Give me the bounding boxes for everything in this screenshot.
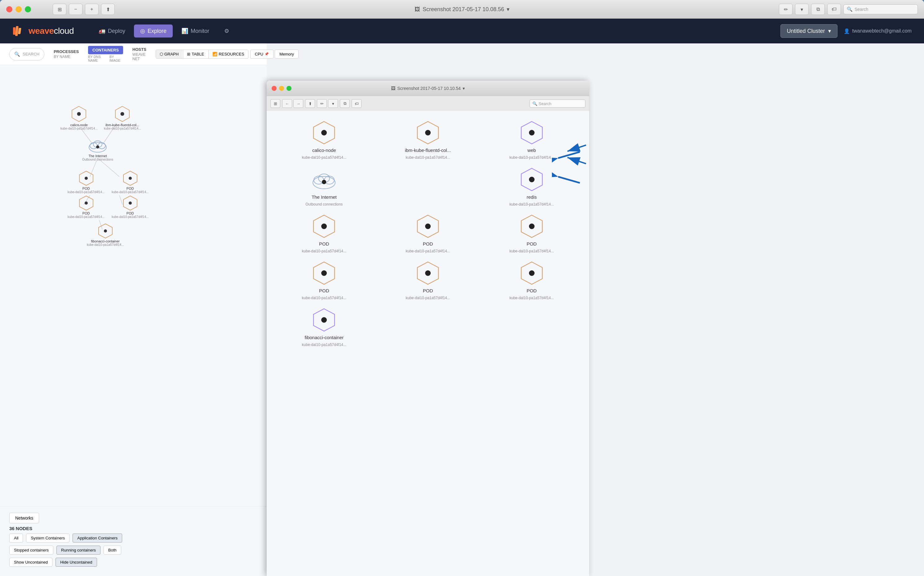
svg-point-11 — [77, 112, 81, 116]
second-share-button[interactable]: ⬆ — [305, 99, 315, 108]
svg-point-18 — [96, 146, 99, 149]
second-grid-button[interactable]: ⊞ — [271, 99, 280, 108]
nav-deploy[interactable]: 🚛 Deploy — [92, 24, 131, 37]
filter-system-containers-button[interactable]: System Containers — [26, 534, 69, 542]
memory-tab[interactable]: Memory — [275, 50, 299, 59]
nav-monitor[interactable]: 📊 Monitor — [175, 24, 216, 37]
grid-node-calico[interactable]: calico-node kube-dal10-pa1a57d4f14... — [276, 120, 372, 160]
cluster-selector[interactable]: Untitled Cluster ▾ — [780, 24, 838, 38]
node-pod1[interactable]: POD kube-dal10-pa1a57d4f14... — [67, 171, 105, 194]
hex-pod8 — [312, 261, 336, 285]
svg-point-24 — [85, 202, 88, 205]
filter-app-containers-button[interactable]: Application Containers — [72, 534, 122, 542]
filter-all-button[interactable]: All — [9, 534, 23, 542]
duplicate-button[interactable]: ⧉ — [811, 4, 825, 15]
second-edit-buttons: ✏ ▾ — [317, 99, 338, 108]
second-edit-dropdown[interactable]: ▾ — [328, 99, 338, 108]
second-maximize-button[interactable] — [287, 86, 291, 91]
outer-close-button[interactable] — [6, 6, 13, 13]
node-calico[interactable]: calico-node kube-dal10-pa1a57d4f14... — [61, 106, 98, 130]
running-containers-button[interactable]: Running containers — [56, 546, 101, 555]
hide-uncontained-button[interactable]: Hide Uncontained — [56, 558, 97, 567]
zoom-in-button[interactable]: + — [85, 4, 99, 15]
processes-group: PROCESSES BY NAME — [54, 49, 79, 59]
second-search-box[interactable]: 🔍 Search — [530, 99, 585, 107]
svg-point-33 — [321, 130, 327, 136]
container-sub-items: BY DNS NAME BY IMAGE — [88, 55, 123, 62]
hex-shape-calico — [70, 106, 87, 122]
cpu-tab[interactable]: CPU 📌 — [250, 50, 274, 59]
hex-web — [519, 120, 544, 145]
grid-node-ibm-fluentd[interactable]: ibm-kube-fluentd-col... kube-dal10-pa1a5… — [380, 120, 476, 160]
grid-node-pod8[interactable]: POD kube-dal10-pa1a57d4f14... — [276, 261, 372, 300]
second-duplicate-button[interactable]: ⧉ — [340, 99, 350, 108]
node-pod2[interactable]: POD kube-dal10-pa1a57d4f14... — [112, 171, 149, 194]
svg-point-54 — [425, 270, 431, 276]
node-ibm-fluentd[interactable]: ibm-kube-fluentd-col... kube-dal10-pa1a5… — [104, 106, 141, 130]
second-forward-button[interactable]: → — [293, 99, 303, 108]
hex-pod6 — [415, 214, 440, 239]
table-view-button[interactable]: ⊞ TABLE — [183, 50, 208, 58]
show-uncontained-button[interactable]: Show Uncontained — [9, 558, 53, 567]
grid-node-pod9[interactable]: POD kube-dal10-pa1a57d4f14... — [380, 261, 476, 300]
arrows — [564, 139, 589, 177]
search-icon: 🔍 — [847, 6, 853, 12]
zoom-out-button[interactable]: − — [69, 4, 82, 15]
resources-view-button[interactable]: 📶 RESOURCES — [208, 50, 248, 58]
grid-node-pod10[interactable]: POD kube-dal10-pa1a57d4f14... — [484, 261, 580, 300]
hex-pod10 — [519, 261, 544, 285]
grid-view-button[interactable]: ⊞ — [53, 4, 66, 15]
share-button[interactable]: ⬆ — [101, 4, 115, 15]
containers-tab[interactable]: CONTAINERS — [88, 46, 123, 54]
node-internet[interactable]: The Internet Outbound connections — [82, 136, 113, 161]
both-button[interactable]: Both — [104, 546, 121, 555]
cluster-dropdown-icon: ▾ — [828, 27, 831, 34]
connections-svg — [0, 65, 267, 576]
search-box[interactable]: 🔍 SEARCH — [9, 48, 44, 61]
second-tag-button[interactable]: 🏷 — [352, 99, 362, 108]
node-pod3[interactable]: POD kube-dal10-pa1a57d4f14... — [67, 195, 105, 219]
outer-maximize-button[interactable] — [25, 6, 31, 13]
app-container: weavecloud 🚛 Deploy ◎ Explore 📊 Monitor … — [0, 19, 924, 576]
nav-right: Untitled Cluster ▾ 👤 twanawebtech@gmail.… — [780, 24, 911, 38]
networks-button[interactable]: Networks — [9, 513, 39, 523]
outer-search-box[interactable]: 🔍 Search — [843, 4, 918, 14]
dropdown-icon: ▾ — [507, 6, 509, 13]
grid-empty — [380, 167, 476, 206]
settings-icon: ⚙ — [224, 27, 229, 34]
graph-view-button[interactable]: ⬡ GRAPH — [156, 50, 182, 58]
second-close-button[interactable] — [272, 86, 277, 91]
svg-line-30 — [567, 145, 586, 151]
tag-button[interactable]: 🏷 — [827, 4, 841, 15]
grid-node-pod6[interactable]: POD kube-dal10-pa1a57d4f14... — [380, 214, 476, 253]
hex-shape-pod3 — [78, 195, 94, 211]
second-edit-button[interactable]: ✏ — [317, 99, 327, 108]
grid-node-pod5[interactable]: POD kube-dal10-pa1a57d4f14... — [276, 214, 372, 253]
nav-items: 🚛 Deploy ◎ Explore 📊 Monitor ⚙ — [92, 24, 235, 37]
container-filter-row: All System Containers Application Contai… — [9, 534, 257, 542]
second-window-title: 🖼 Screenshot 2017-05-17 10.10.54 ▾ — [391, 86, 465, 91]
stopped-containers-button[interactable]: Stopped containers — [9, 546, 53, 555]
monitor-icon: 📊 — [181, 27, 188, 34]
outer-minimize-button[interactable] — [16, 6, 22, 13]
svg-point-37 — [529, 130, 535, 136]
nav-settings[interactable]: ⚙ — [218, 24, 235, 37]
grid-node-pod7[interactable]: POD kube-dal10-pa1a57d4f14... — [484, 214, 580, 253]
grid-node-internet[interactable]: The Internet Outbound connections — [276, 167, 372, 206]
edit-button[interactable]: ✏ — [779, 4, 793, 15]
outer-titlebar: ⊞ − + ⬆ 🖼 Screenshot 2017-05-17 10.08.56… — [0, 0, 924, 19]
app-navbar: weavecloud 🚛 Deploy ◎ Explore 📊 Monitor … — [0, 19, 924, 43]
grid-node-fibonacci2[interactable]: fibonacci-container kube-dal10-pa1a57d4f… — [276, 307, 372, 347]
second-minimize-button[interactable] — [279, 86, 284, 91]
second-back-button[interactable]: ← — [282, 99, 292, 108]
hex-pod9 — [415, 261, 440, 285]
nav-explore[interactable]: ◎ Explore — [134, 24, 173, 37]
second-toolbar: ⊞ ← → ⬆ ✏ ▾ ⧉ 🏷 🔍 Search — [267, 96, 589, 111]
node-pod4[interactable]: POD kube-dal10-pa1a57d4f14... — [112, 195, 149, 219]
edit-dropdown-button[interactable]: ▾ — [795, 4, 809, 15]
outer-traffic-lights — [6, 6, 31, 13]
explore-icon: ◎ — [140, 27, 145, 34]
second-traffic-lights — [272, 86, 291, 91]
second-content: calico-node kube-dal10-pa1a57d4f14... ib… — [267, 111, 589, 576]
node-fibonacci[interactable]: fibonacci-container kube-dal10-pa1a57d4f… — [87, 223, 124, 246]
